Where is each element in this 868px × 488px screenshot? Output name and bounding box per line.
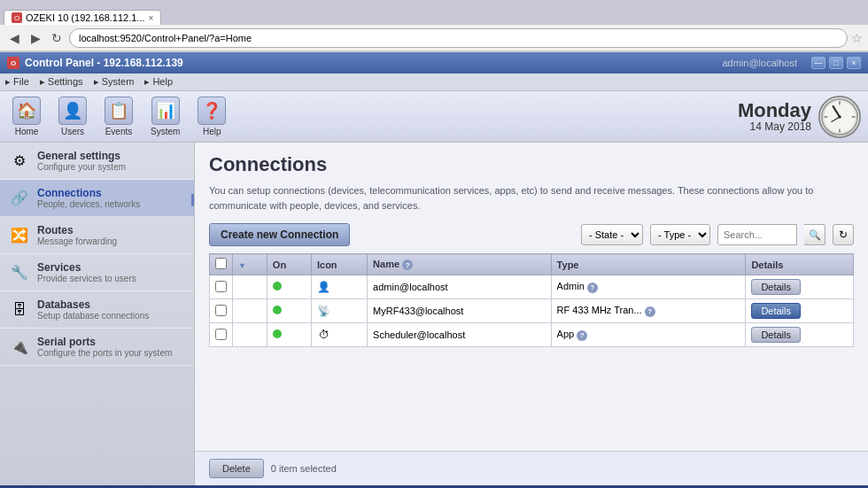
minimize-btn[interactable]: —	[811, 57, 825, 69]
sidebar-item-routes[interactable]: 🔀 Routes Message forwarding	[0, 217, 194, 254]
tab-close-btn[interactable]: ×	[149, 13, 154, 23]
th-name[interactable]: Name ?	[368, 254, 552, 275]
row-checkbox[interactable]	[215, 305, 227, 316]
table-row: 📡 MyRF433@localhost RF 433 MHz Tran... ?…	[210, 299, 854, 323]
sidebar-item-subtitle-databases: Setup database connections	[37, 311, 185, 321]
type-filter[interactable]: - Type -	[650, 224, 710, 245]
cp-body: ⚙ General settings Configure your system…	[0, 143, 868, 485]
row-checkbox[interactable]	[215, 329, 227, 340]
row-checkbox-cell	[210, 299, 233, 323]
sidebar-item-general-settings[interactable]: ⚙ General settings Configure your system	[0, 143, 194, 180]
toolbar-system-btn[interactable]: 📊 System	[145, 93, 185, 140]
sidebar-item-subtitle-serial: Configure the ports in your system	[37, 348, 185, 358]
logged-in-user: admin@localhost	[722, 58, 797, 68]
system-icon: 📊	[151, 97, 180, 125]
general-settings-icon: ⚙	[9, 151, 30, 172]
sidebar-item-subtitle-general: Configure your system	[37, 162, 185, 172]
menu-settings[interactable]: ▸ Settings	[40, 76, 83, 88]
content-area: Connections You can setup connections (d…	[195, 143, 868, 485]
row-sort-cell	[233, 275, 267, 299]
sidebar-item-serial-ports[interactable]: 🔌 Serial ports Configure the ports in yo…	[0, 329, 194, 366]
toolbar-help-btn[interactable]: ❓ Help	[192, 93, 231, 140]
details-btn[interactable]: Details	[751, 327, 801, 343]
row-icon-cell: ⏱	[311, 323, 367, 347]
row-icon-cell: 👤	[311, 275, 367, 299]
status-indicator	[273, 329, 282, 338]
row-checkbox-cell	[210, 275, 233, 299]
status-indicator	[273, 306, 282, 314]
toolbar-events-btn[interactable]: 📋 Events	[99, 93, 138, 140]
tab-favicon: O	[12, 12, 22, 23]
search-input[interactable]	[717, 224, 797, 245]
row-name-cell: Scheduler@localhost	[368, 323, 552, 347]
row-on-cell	[267, 323, 311, 347]
tab-title: OZEKI 10 (192.168.112.1...	[26, 12, 145, 23]
cp-title-icon: O	[7, 57, 19, 69]
forward-btn[interactable]: ▶	[27, 29, 44, 47]
menu-help[interactable]: ▸ Help	[144, 76, 173, 88]
menu-system[interactable]: ▸ System	[94, 76, 135, 88]
connection-icon: 📡	[317, 304, 331, 318]
sidebar-item-info-routes: Routes Message forwarding	[37, 224, 185, 246]
th-on[interactable]: On	[267, 254, 311, 275]
row-type-cell: RF 433 MHz Tran... ?	[551, 299, 746, 323]
delete-btn[interactable]: Delete	[209, 459, 264, 478]
table-row: ⏱ Scheduler@localhost App ? Details	[210, 323, 854, 347]
table-row: 👤 admin@localhost Admin ? Details	[210, 275, 854, 299]
browser-chrome: O OZEKI 10 (192.168.112.1... × ◀ ▶ ↻ ☆	[0, 0, 868, 52]
cp-window-controls: — □ ×	[811, 57, 861, 69]
connection-icon: 👤	[317, 280, 331, 294]
events-icon: 📋	[105, 97, 133, 125]
toolbar-home-btn[interactable]: 🏠 Home	[7, 93, 46, 140]
help-icon: ❓	[198, 97, 226, 125]
row-name-cell: admin@localhost	[368, 275, 552, 299]
row-checkbox[interactable]	[215, 281, 227, 292]
bookmark-star-icon[interactable]: ☆	[851, 31, 863, 45]
th-checkbox	[210, 254, 233, 275]
toolbar-users-btn[interactable]: 👤 Users	[53, 93, 92, 140]
clock-day: Monday	[738, 101, 811, 120]
sidebar-item-services[interactable]: 🔧 Services Provide services to users	[0, 254, 194, 291]
search-btn[interactable]: 🔍	[804, 224, 825, 245]
type-help-icon[interactable]: ?	[587, 283, 598, 293]
sidebar-item-info-databases: Databases Setup database connections	[37, 298, 185, 321]
sidebar-item-databases[interactable]: 🗄 Databases Setup database connections	[0, 291, 194, 329]
type-help-icon[interactable]: ?	[645, 306, 655, 317]
services-icon: 🔧	[9, 262, 30, 283]
maximize-btn[interactable]: □	[829, 57, 843, 69]
create-connection-btn[interactable]: Create new Connection	[209, 223, 350, 246]
page-title: Connections	[209, 153, 854, 176]
browser-tab-bar: O OZEKI 10 (192.168.112.1... ×	[0, 0, 868, 25]
address-bar[interactable]	[69, 28, 848, 48]
status-indicator	[273, 282, 282, 290]
refresh-btn[interactable]: ↻	[833, 224, 854, 245]
home-icon: 🏠	[12, 97, 41, 125]
sidebar-item-title-connections: Connections	[37, 187, 185, 199]
reload-btn[interactable]: ↻	[48, 29, 66, 47]
th-sort[interactable]: ▼	[233, 254, 267, 275]
connections-toolbar: Create new Connection - State - - Type -…	[209, 223, 854, 246]
row-on-cell	[267, 299, 311, 323]
sidebar-item-info-general: General settings Configure your system	[37, 150, 185, 172]
routes-icon: 🔀	[9, 225, 30, 246]
cp-toolbar: 🏠 Home 👤 Users 📋 Events 📊 System ❓ Help	[0, 91, 868, 143]
control-panel-window: O Control Panel - 192.168.112.139 admin@…	[0, 52, 868, 485]
close-btn[interactable]: ×	[847, 57, 861, 69]
sidebar-item-subtitle-routes: Message forwarding	[37, 236, 185, 246]
menu-file[interactable]: ▸ File	[5, 76, 29, 88]
page-desc: You can setup connections (devices, tele…	[209, 183, 854, 213]
cp-title: O Control Panel - 192.168.112.139	[7, 57, 183, 69]
select-all-checkbox[interactable]	[215, 258, 227, 269]
row-type-cell: Admin ?	[551, 275, 746, 299]
back-btn[interactable]: ◀	[5, 29, 23, 47]
state-filter[interactable]: - State -	[581, 224, 643, 245]
sidebar-item-title-routes: Routes	[37, 224, 185, 236]
sidebar-item-connections[interactable]: 🔗 Connections People, devices, networks …	[0, 180, 194, 217]
name-help-icon[interactable]: ?	[402, 259, 413, 270]
details-btn-active[interactable]: Details	[751, 303, 801, 319]
th-type: Type	[551, 254, 746, 275]
active-tab[interactable]: O OZEKI 10 (192.168.112.1... ×	[4, 10, 161, 25]
details-btn[interactable]: Details	[751, 279, 801, 295]
type-help-icon[interactable]: ?	[577, 330, 587, 341]
toolbar-buttons: 🏠 Home 👤 Users 📋 Events 📊 System ❓ Help	[7, 93, 231, 140]
